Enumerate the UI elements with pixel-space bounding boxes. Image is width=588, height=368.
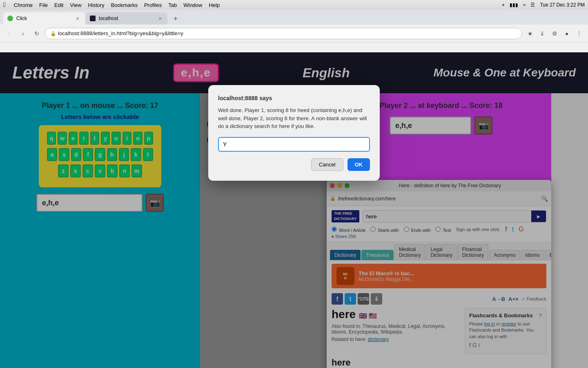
modal-dialog: localhost:8888 says Well done, Player 1,… bbox=[208, 85, 380, 181]
extensions-icon[interactable]: ⚙ bbox=[549, 28, 560, 39]
history-menu[interactable]: History bbox=[88, 2, 104, 8]
tab-localhost[interactable]: localhost ✕ bbox=[86, 12, 167, 25]
tab-menu[interactable]: Tab bbox=[168, 2, 177, 8]
tab-bar: Click ✕ localhost ✕ + bbox=[0, 10, 588, 25]
file-menu[interactable]: File bbox=[39, 2, 48, 8]
bookmarks-menu[interactable]: Bookmarks bbox=[111, 2, 138, 8]
bookmark-star-icon[interactable]: ★ bbox=[524, 28, 536, 39]
profiles-menu[interactable]: Profiles bbox=[144, 2, 162, 8]
lock-icon: 🔒 bbox=[50, 31, 56, 36]
download-icon[interactable]: ⇓ bbox=[537, 28, 548, 39]
view-menu[interactable]: View bbox=[70, 2, 81, 8]
menubar:  Chrome File Edit View History Bookmark… bbox=[0, 0, 588, 10]
browser-window: Click ✕ localhost ✕ + ‹ › ↻ 🔒 localhost:… bbox=[0, 10, 588, 368]
tab-title-1: Click bbox=[16, 16, 71, 21]
tab-close-1[interactable]: ✕ bbox=[74, 15, 81, 22]
main-content: Letters In e,h,e English Mouse & One at … bbox=[0, 52, 588, 368]
forward-button[interactable]: › bbox=[17, 28, 29, 39]
chrome-menu[interactable]: Chrome bbox=[14, 2, 33, 8]
address-text: localhost:8888/letters_in.html?big=yes&b… bbox=[58, 30, 183, 36]
modal-message: Well done, Player 1, scoring 8 for heed … bbox=[218, 106, 370, 130]
modal-buttons: Cancel OK bbox=[218, 158, 370, 171]
wifi-icon[interactable]: ≈ bbox=[523, 2, 526, 8]
edit-menu[interactable]: Edit bbox=[54, 2, 63, 8]
help-menu[interactable]: Help bbox=[209, 2, 220, 8]
window-menu[interactable]: Window bbox=[183, 2, 202, 8]
modal-input[interactable] bbox=[218, 137, 370, 152]
modal-overlay: localhost:8888 says Well done, Player 1,… bbox=[0, 52, 588, 368]
tab-click[interactable]: Click ✕ bbox=[3, 12, 85, 25]
tab-title-2: localhost bbox=[99, 16, 154, 21]
tab-favicon-2 bbox=[90, 16, 96, 21]
battery-icon: ▮▮▮ bbox=[510, 2, 518, 8]
ok-button[interactable]: OK bbox=[347, 158, 370, 171]
bluetooth-icon[interactable]: ⌖ bbox=[502, 2, 505, 8]
toolbar-icons: ★ ⇓ ⚙ ● ⋮ bbox=[524, 28, 585, 39]
datetime: Tue 27 Dec 3:22 PM bbox=[540, 2, 585, 8]
reload-button[interactable]: ↻ bbox=[31, 28, 42, 39]
profile-icon[interactable]: ● bbox=[561, 28, 572, 39]
search-menubar-icon[interactable]: ☰ bbox=[530, 2, 535, 8]
menu-icon[interactable]: ⋮ bbox=[573, 28, 585, 39]
back-button[interactable]: ‹ bbox=[3, 28, 15, 39]
tab-favicon-1 bbox=[7, 16, 13, 21]
address-bar: ‹ › ↻ 🔒 localhost:8888/letters_in.html?b… bbox=[0, 25, 588, 43]
tab-close-2[interactable]: ✕ bbox=[157, 15, 163, 22]
apple-menu[interactable]:  bbox=[3, 1, 6, 9]
address-input[interactable]: 🔒 localhost:8888/letters_in.html?big=yes… bbox=[45, 28, 522, 39]
cancel-button[interactable]: Cancel bbox=[311, 158, 343, 171]
modal-title: localhost:8888 says bbox=[218, 95, 370, 101]
new-tab-button[interactable]: + bbox=[170, 13, 181, 25]
